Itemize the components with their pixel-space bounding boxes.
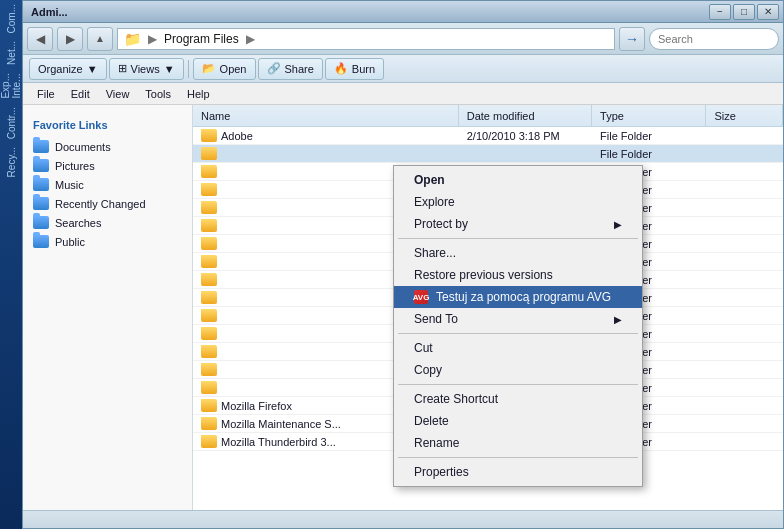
- menu-file[interactable]: File: [29, 83, 63, 105]
- col-header-size[interactable]: Size: [706, 105, 783, 126]
- folder-icon: [201, 183, 217, 196]
- sidebar: Favorite Links Documents Pictures Music …: [23, 105, 193, 510]
- folder-icon: [201, 399, 217, 412]
- folder-icon: [201, 201, 217, 214]
- cell-type: File Folder: [592, 148, 706, 160]
- share-label: Share: [285, 63, 314, 75]
- left-taskbar-strip: Com... Net... Inte...Exp... Contr... Rec…: [0, 0, 22, 529]
- ctx-share[interactable]: Share...: [394, 242, 642, 264]
- up-button[interactable]: ▲: [87, 27, 113, 51]
- menu-edit[interactable]: Edit: [63, 83, 98, 105]
- toolbar-separator-1: [188, 60, 189, 78]
- sidebar-label-documents: Documents: [55, 141, 111, 153]
- status-bar: [23, 510, 783, 528]
- organize-dropdown-icon: ▼: [87, 63, 98, 75]
- recently-changed-folder-icon: [33, 197, 49, 210]
- menu-tools[interactable]: Tools: [137, 83, 179, 105]
- menu-help[interactable]: Help: [179, 83, 218, 105]
- views-button[interactable]: ⊞ Views ▼: [109, 58, 184, 80]
- open-button[interactable]: 📂 Open: [193, 58, 256, 80]
- ctx-protect[interactable]: Protect by ▶: [394, 213, 642, 235]
- address-bar: ◀ ▶ ▲ 📁 ▶ Program Files ▶ →: [23, 23, 783, 55]
- taskbar-label-1[interactable]: Com...: [6, 0, 17, 37]
- folder-icon: [201, 165, 217, 178]
- folder-icon: [201, 129, 217, 142]
- folder-icon: [201, 327, 217, 340]
- folder-icon: [201, 435, 217, 448]
- burn-button[interactable]: 🔥 Burn: [325, 58, 384, 80]
- views-icon: ⊞: [118, 62, 127, 75]
- col-header-type[interactable]: Type: [592, 105, 706, 126]
- taskbar-label-5[interactable]: Recy...: [6, 143, 17, 181]
- toolbar: Organize ▼ ⊞ Views ▼ 📂 Open 🔗 Share 🔥 Bu…: [23, 55, 783, 83]
- minimize-button[interactable]: −: [709, 4, 731, 20]
- open-icon: 📂: [202, 62, 216, 75]
- title-bar-buttons: − □ ✕: [709, 4, 779, 20]
- views-label: Views: [131, 63, 160, 75]
- close-button[interactable]: ✕: [757, 4, 779, 20]
- public-folder-icon: [33, 235, 49, 248]
- folder-icon: [201, 237, 217, 250]
- submenu-arrow-protect: ▶: [614, 219, 622, 230]
- maximize-button[interactable]: □: [733, 4, 755, 20]
- taskbar-label-4[interactable]: Contr...: [6, 103, 17, 143]
- avg-icon: AVG: [414, 290, 428, 304]
- ctx-create-shortcut[interactable]: Create Shortcut: [394, 388, 642, 410]
- sidebar-label-pictures: Pictures: [55, 160, 95, 172]
- main-window: Admi... − □ ✕ ◀ ▶ ▲ 📁 ▶ Program Files ▶ …: [22, 0, 784, 529]
- music-folder-icon: [33, 178, 49, 191]
- menu-view[interactable]: View: [98, 83, 138, 105]
- folder-icon: [201, 273, 217, 286]
- folder-icon: [201, 147, 217, 160]
- folder-icon: [201, 291, 217, 304]
- go-button[interactable]: →: [619, 27, 645, 51]
- ctx-delete[interactable]: Delete: [394, 410, 642, 432]
- ctx-separator-3: [398, 384, 638, 385]
- sidebar-item-music[interactable]: Music: [23, 175, 192, 194]
- back-button[interactable]: ◀: [27, 27, 53, 51]
- search-input[interactable]: [649, 28, 779, 50]
- folder-icon: [201, 417, 217, 430]
- ctx-avg[interactable]: AVG Testuj za pomocą programu AVG: [394, 286, 642, 308]
- share-button[interactable]: 🔗 Share: [258, 58, 323, 80]
- col-header-name[interactable]: Name: [193, 105, 459, 126]
- file-list-header: Name Date modified Type Size: [193, 105, 783, 127]
- sidebar-item-documents[interactable]: Documents: [23, 137, 192, 156]
- context-menu: Open Explore Protect by ▶ Share... Resto…: [393, 165, 643, 487]
- table-row[interactable]: Adobe 2/10/2010 3:18 PM File Folder: [193, 127, 783, 145]
- ctx-restore[interactable]: Restore previous versions: [394, 264, 642, 286]
- ctx-explore[interactable]: Explore: [394, 191, 642, 213]
- ctx-sendto[interactable]: Send To ▶: [394, 308, 642, 330]
- sidebar-item-pictures[interactable]: Pictures: [23, 156, 192, 175]
- sidebar-item-public[interactable]: Public: [23, 232, 192, 251]
- taskbar-label-2[interactable]: Net...: [6, 37, 17, 69]
- ctx-separator-2: [398, 333, 638, 334]
- address-path[interactable]: 📁 ▶ Program Files ▶: [117, 28, 615, 50]
- sidebar-item-recently-changed[interactable]: Recently Changed: [23, 194, 192, 213]
- menu-bar: File Edit View Tools Help: [23, 83, 783, 105]
- forward-button[interactable]: ▶: [57, 27, 83, 51]
- address-path-text: Program Files: [160, 32, 243, 46]
- ctx-cut[interactable]: Cut: [394, 337, 642, 359]
- ctx-rename[interactable]: Rename: [394, 432, 642, 454]
- sidebar-section-title: Favorite Links: [23, 115, 192, 137]
- file-list[interactable]: Name Date modified Type Size Adobe 2/1: [193, 105, 783, 510]
- folder-icon: [201, 219, 217, 232]
- documents-folder-icon: [33, 140, 49, 153]
- pictures-folder-icon: [33, 159, 49, 172]
- taskbar-label-3[interactable]: Inte...Exp...: [0, 69, 22, 103]
- title-bar: Admi... − □ ✕: [23, 1, 783, 23]
- ctx-copy[interactable]: Copy: [394, 359, 642, 381]
- ctx-properties[interactable]: Properties: [394, 461, 642, 483]
- table-row[interactable]: File Folder: [193, 145, 783, 163]
- col-header-date[interactable]: Date modified: [459, 105, 592, 126]
- sidebar-item-searches[interactable]: Searches: [23, 213, 192, 232]
- burn-icon: 🔥: [334, 62, 348, 75]
- burn-label: Burn: [352, 63, 375, 75]
- organize-button[interactable]: Organize ▼: [29, 58, 107, 80]
- ctx-open[interactable]: Open: [394, 169, 642, 191]
- folder-icon: [201, 255, 217, 268]
- cell-name: Adobe: [193, 129, 459, 142]
- cell-name: [193, 147, 459, 160]
- folder-icon: [201, 309, 217, 322]
